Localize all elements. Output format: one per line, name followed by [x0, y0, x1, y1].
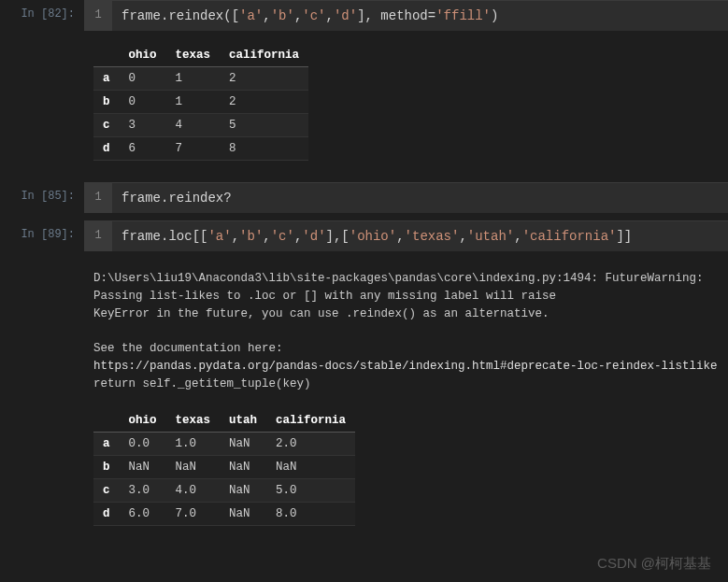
table-cell: 4 [166, 114, 221, 137]
code-token: ] [357, 8, 364, 23]
input-prompt: In [89]: [0, 220, 84, 251]
warning-line: return self._getitem_tuple(key) [93, 376, 728, 393]
code-line[interactable]: frame.reindex? [112, 183, 241, 213]
table-cell: NaN [220, 503, 266, 526]
line-number: 1 [84, 221, 112, 251]
warning-line: https://pandas.pydata.org/pandas-docs/st… [93, 358, 728, 376]
table-cell: 4.0 [166, 479, 221, 503]
code-token: 'd' [302, 229, 325, 244]
table-row: b012 [93, 91, 308, 114]
code-input[interactable]: 1 frame.reindex? [84, 182, 728, 213]
table-cell: 0 [120, 67, 166, 91]
table-cell: 1 [166, 67, 221, 91]
column-header: ohio [120, 44, 166, 67]
dataframe-table: ohiotexasutahcaliforniaa0.01.0NaN2.0bNaN… [93, 409, 355, 526]
code-token: 'a' [239, 8, 263, 23]
table-cell: 6 [120, 137, 166, 161]
table-cell: 3.0 [120, 479, 166, 503]
code-token: , [326, 8, 334, 23]
row-index: d [93, 503, 120, 526]
input-prompt: In [85]: [0, 182, 84, 213]
table-cell: 3 [120, 114, 166, 137]
row-index: b [93, 456, 120, 479]
warning-line: KeyError in the future, you can use .rei… [93, 305, 728, 323]
column-header: california [266, 409, 355, 433]
table-cell: NaN [266, 456, 355, 479]
table-row: a012 [93, 67, 308, 91]
notebook-cell: In [89]: 1 frame.loc[['a','b','c','d'],[… [0, 220, 728, 251]
code-token: 'utah' [467, 229, 514, 244]
code-token: , [396, 229, 404, 244]
code-token: [ [232, 8, 239, 23]
code-token: 'c' [271, 229, 294, 244]
column-header: utah [220, 409, 266, 433]
code-token: 'd' [334, 8, 357, 23]
table-row: d6.07.0NaN8.0 [93, 503, 355, 526]
table-cell: 2.0 [266, 433, 355, 456]
code-token: 'c' [302, 8, 325, 23]
notebook-cell: In [82]: 1 frame.reindex(['a','b','c','d… [0, 0, 728, 31]
warning-output: D:\Users\liu19\Anaconda3\lib\site-packag… [93, 270, 728, 392]
code-input[interactable]: 1 frame.loc[['a','b','c','d'],['ohio','t… [84, 220, 728, 251]
table-cell: 6.0 [120, 503, 166, 526]
table-cell: 8 [220, 137, 308, 161]
code-token: frame [121, 8, 161, 23]
line-number: 1 [84, 1, 112, 31]
dataframe-output: ohiotexasutahcaliforniaa0.01.0NaN2.0bNaN… [93, 409, 728, 526]
code-token: , [232, 229, 239, 244]
row-index: a [93, 67, 120, 91]
code-token: , [263, 229, 270, 244]
column-header: texas [166, 44, 221, 67]
row-index: c [93, 479, 120, 503]
code-token: 'ffill' [435, 8, 491, 23]
notebook-cell: In [85]: 1 frame.reindex? [0, 182, 728, 213]
code-line[interactable]: frame.loc[['a','b','c','d'],['ohio','tex… [112, 221, 641, 251]
dataframe-output: ohiotexascaliforniaa012b012c345d678 [93, 44, 728, 161]
table-cell: 0.0 [120, 433, 166, 456]
table-cell: 1.0 [166, 433, 221, 456]
code-token: frame [121, 191, 161, 206]
row-index: d [93, 137, 120, 161]
code-token: 'b' [239, 229, 263, 244]
warning-line: D:\Users\liu19\Anaconda3\lib\site-packag… [93, 270, 728, 288]
table-cell: 5 [220, 114, 308, 137]
dataframe-table: ohiotexascaliforniaa012b012c345d678 [93, 44, 308, 161]
code-line[interactable]: frame.reindex(['a','b','c','d'], method=… [112, 1, 507, 31]
code-token: , [514, 229, 521, 244]
code-token: 'b' [271, 8, 294, 23]
code-token: ) [491, 8, 498, 23]
column-header: california [220, 44, 308, 67]
table-row: c3.04.0NaN5.0 [93, 479, 355, 503]
line-number: 1 [84, 183, 112, 213]
table-cell: NaN [220, 479, 266, 503]
code-token: = [428, 8, 435, 23]
code-token: , [263, 8, 270, 23]
column-header: texas [166, 409, 221, 433]
code-token: reindex [168, 8, 223, 23]
code-input[interactable]: 1 frame.reindex(['a','b','c','d'], metho… [84, 0, 728, 31]
table-cell: 8.0 [266, 503, 355, 526]
table-cell: NaN [120, 456, 166, 479]
table-cell: 1 [166, 91, 221, 114]
code-token: , [459, 229, 466, 244]
code-token: reindex [168, 191, 223, 206]
table-cell: 7.0 [166, 503, 221, 526]
row-index: b [93, 91, 120, 114]
code-token: ( [223, 8, 231, 23]
code-token: frame [121, 229, 161, 244]
code-token: , [365, 8, 381, 23]
table-row: a0.01.0NaN2.0 [93, 433, 355, 456]
warning-line: Passing list-likes to .loc or [] with an… [93, 288, 728, 305]
code-token: 'texas' [405, 229, 460, 244]
code-token: 'a' [207, 229, 231, 244]
cell-output: ohiotexascaliforniaa012b012c345d678 [0, 31, 728, 175]
table-cell: NaN [220, 456, 266, 479]
table-row: d678 [93, 137, 308, 161]
table-cell: NaN [166, 456, 221, 479]
table-cell: 0 [120, 91, 166, 114]
code-token: [[ [193, 229, 208, 244]
column-header: ohio [120, 409, 166, 433]
code-token: ? [223, 191, 231, 206]
cell-output: D:\Users\liu19\Anaconda3\lib\site-packag… [0, 251, 728, 540]
table-row: bNaNNaNNaNNaN [93, 456, 355, 479]
